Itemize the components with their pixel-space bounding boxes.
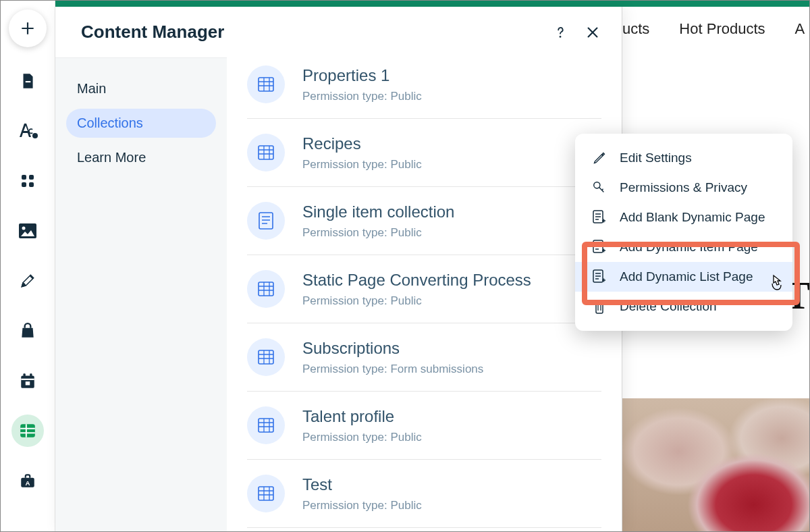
page-plus-icon	[591, 269, 608, 285]
pen-icon	[19, 272, 36, 290]
page-plus-icon	[591, 209, 608, 225]
collection-permission: Permission type: Public	[302, 499, 422, 512]
key-icon	[591, 180, 608, 196]
collection-row[interactable]: Static Page Converting Process Permissio…	[247, 255, 601, 323]
page-plus-icon	[591, 239, 608, 255]
sidebar-item-main[interactable]: Main	[66, 74, 216, 103]
collection-row[interactable]: Properties 1 Permission type: Public	[247, 57, 601, 119]
sidebar-item-learn-more[interactable]: Learn More	[66, 143, 216, 172]
collection-name: Static Page Converting Process	[302, 270, 531, 290]
ctx-label: Permissions & Privacy	[620, 180, 747, 195]
table-icon	[247, 338, 285, 376]
ctx-permissions[interactable]: Permissions & Privacy	[575, 173, 792, 203]
collection-name: Properties 1	[302, 65, 422, 86]
ctx-edit-settings[interactable]: Edit Settings	[575, 143, 792, 173]
sidebar-item-collections[interactable]: Collections	[66, 109, 216, 138]
svg-rect-18	[259, 146, 273, 159]
svg-point-1	[32, 133, 38, 138]
nav-item[interactable]: ucts	[622, 20, 649, 38]
table-icon	[247, 270, 285, 308]
svg-rect-4	[22, 182, 26, 187]
plus-icon	[19, 20, 36, 37]
ctx-delete-collection[interactable]: Delete Collection	[575, 292, 792, 321]
calendar-icon	[19, 372, 36, 390]
ctx-add-item-page[interactable]: Add Dynamic Item Page	[575, 232, 792, 262]
image-icon	[18, 223, 37, 239]
svg-rect-24	[259, 350, 273, 364]
site-nav: ucts Hot Products A	[622, 20, 810, 38]
svg-rect-2	[22, 175, 26, 180]
table-icon	[19, 422, 36, 440]
text-tool[interactable]	[11, 115, 44, 147]
ctx-label: Add Dynamic Item Page	[620, 240, 758, 255]
apps-tool[interactable]	[11, 165, 44, 197]
ctx-label: Add Blank Dynamic Page	[620, 210, 765, 225]
collection-permission: Permission type: Public	[302, 431, 422, 444]
nav-item[interactable]: A	[795, 20, 805, 38]
collection-row[interactable]: Subscriptions Permission type: Form subm…	[247, 323, 601, 392]
collection-row[interactable]: Test Permission type: Public	[247, 460, 601, 528]
svg-rect-12	[25, 381, 30, 385]
panel-sidebar: Main Collections Learn More	[55, 57, 227, 531]
svg-rect-10	[23, 373, 25, 377]
table-icon	[247, 475, 285, 512]
collection-row[interactable]: Talent profile Permission type: Public	[247, 392, 601, 460]
svg-rect-22	[259, 213, 273, 229]
ctx-add-blank-page[interactable]: Add Blank Dynamic Page	[575, 203, 792, 232]
blog-tool[interactable]	[11, 265, 44, 297]
collection-permission: Permission type: Form submissions	[302, 363, 483, 376]
collection-name: Single item collection	[302, 202, 454, 222]
svg-rect-23	[259, 282, 273, 296]
ctx-label: Edit Settings	[620, 151, 692, 165]
content-manager-panel: Content Manager Main Collections Learn M…	[55, 7, 622, 531]
collection-permission: Permission type: Public	[302, 226, 454, 240]
trash-icon	[591, 298, 608, 315]
svg-point-7	[22, 227, 25, 230]
store-tool[interactable]	[11, 315, 44, 347]
close-button[interactable]	[585, 25, 600, 40]
pencil-icon	[591, 150, 608, 166]
collection-permission: Permission type: Public	[302, 158, 422, 171]
table-icon	[247, 406, 285, 444]
collection-permission: Permission type: Public	[302, 90, 422, 103]
collection-name: Subscriptions	[302, 338, 483, 358]
help-icon	[553, 24, 568, 41]
svg-rect-9	[21, 379, 34, 380]
svg-rect-5	[29, 182, 34, 187]
collection-context-menu: Edit Settings Permissions & Privacy Add …	[575, 134, 792, 331]
collections-list: Properties 1 Permission type: Public Rec…	[227, 57, 622, 531]
collection-name: Test	[302, 475, 422, 495]
panel-header: Content Manager	[55, 7, 622, 57]
svg-text:A: A	[25, 479, 30, 487]
ctx-label: Add Dynamic List Page	[620, 269, 753, 284]
svg-rect-11	[30, 373, 32, 377]
collection-row[interactable]: Recipes Permission type: Public	[247, 119, 601, 187]
page-icon	[19, 72, 36, 90]
business-tool[interactable]: A	[11, 464, 44, 497]
collection-permission: Permission type: Public	[302, 294, 531, 308]
svg-rect-17	[259, 78, 273, 91]
site-image	[622, 398, 810, 531]
nav-item[interactable]: Hot Products	[679, 20, 765, 38]
svg-rect-13	[20, 424, 35, 437]
panel-title: Content Manager	[81, 22, 224, 43]
pages-tool[interactable]	[11, 65, 44, 97]
content-manager-tool[interactable]	[11, 415, 44, 447]
top-accent-bar	[55, 0, 810, 7]
table-icon	[247, 65, 285, 103]
svg-point-16	[560, 36, 562, 38]
svg-rect-0	[25, 81, 30, 82]
collection-row[interactable]: Single item collection Permission type: …	[247, 187, 601, 255]
bookings-tool[interactable]	[11, 365, 44, 397]
doc-icon	[247, 202, 285, 240]
text-icon	[18, 122, 38, 140]
close-icon	[585, 25, 600, 40]
media-tool[interactable]	[11, 215, 44, 247]
collection-name: Talent profile	[302, 406, 422, 427]
add-button[interactable]	[9, 9, 47, 47]
help-button[interactable]	[553, 24, 568, 41]
collection-name: Recipes	[302, 134, 422, 154]
ctx-add-list-page[interactable]: Add Dynamic List Page	[575, 262, 792, 292]
bag-icon	[19, 322, 36, 340]
svg-rect-25	[259, 419, 273, 432]
